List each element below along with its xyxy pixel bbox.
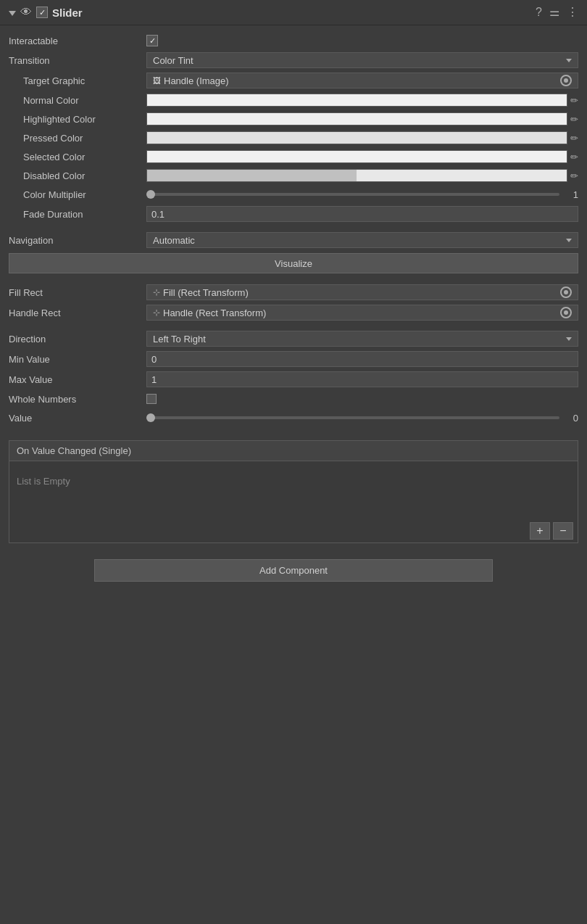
normal-color-label: Normal Color xyxy=(9,95,146,106)
pressed-color-label: Pressed Color xyxy=(9,133,146,144)
handle-rect-label: Handle Rect xyxy=(9,308,146,318)
disabled-color-swatch[interactable] xyxy=(146,169,567,182)
visualize-button[interactable]: Visualize xyxy=(9,253,578,273)
handle-rect-icon: ⊹ xyxy=(153,308,160,318)
value-track xyxy=(146,416,559,419)
on-value-changed-section: On Value Changed (Single) List is Empty … xyxy=(9,440,578,543)
fill-rect-row: Fill Rect ⊹ Fill (Rect Transform) xyxy=(0,282,587,302)
color-multiplier-row: Color Multiplier 1 xyxy=(0,185,587,204)
value-thumb[interactable] xyxy=(146,413,155,422)
normal-color-swatch[interactable] xyxy=(146,94,567,107)
value-label: Value xyxy=(9,413,146,424)
color-multiplier-track xyxy=(146,193,559,196)
whole-numbers-checkbox[interactable] xyxy=(146,394,157,404)
event-footer: + − xyxy=(9,519,578,543)
target-graphic-label: Target Graphic xyxy=(9,75,146,86)
pressed-color-eyedropper[interactable]: ✏ xyxy=(570,133,578,144)
event-empty-label: List is Empty xyxy=(17,476,70,487)
fill-rect-label: Fill Rect xyxy=(9,287,146,298)
selected-color-eyedropper[interactable]: ✏ xyxy=(570,152,578,162)
color-multiplier-slider[interactable]: 1 xyxy=(146,189,578,200)
fade-duration-label: Fade Duration xyxy=(9,209,146,220)
selected-color-swatch[interactable] xyxy=(146,150,567,163)
disabled-color-row: Disabled Color ✏ xyxy=(0,166,587,185)
min-value-input[interactable] xyxy=(146,351,578,367)
navigation-dropdown-arrow xyxy=(566,239,572,242)
disabled-color-label: Disabled Color xyxy=(9,170,146,181)
more-menu-icon[interactable]: ⋮ xyxy=(567,7,578,18)
color-multiplier-thumb[interactable] xyxy=(146,190,155,199)
min-value-label: Min Value xyxy=(9,354,146,365)
collapse-arrow[interactable] xyxy=(9,7,16,18)
navigation-row: Navigation Automatic xyxy=(0,230,587,250)
event-body: List is Empty xyxy=(9,461,578,519)
min-value-row: Min Value xyxy=(0,349,587,369)
handle-rect-picker[interactable] xyxy=(560,307,572,318)
handle-rect-row: Handle Rect ⊹ Handle (Rect Transform) xyxy=(0,302,587,323)
normal-color-row: Normal Color ✏ xyxy=(0,91,587,110)
disabled-color-eyedropper[interactable]: ✏ xyxy=(570,170,578,181)
direction-dropdown-arrow xyxy=(566,337,572,341)
fill-rect-field[interactable]: ⊹ Fill (Rect Transform) xyxy=(146,284,578,300)
transition-row: Transition Color Tint xyxy=(0,50,587,70)
event-header: On Value Changed (Single) xyxy=(9,441,578,461)
add-component-button[interactable]: Add Component xyxy=(94,559,493,582)
transition-label: Transition xyxy=(9,55,146,66)
settings-icon[interactable]: ⚌ xyxy=(549,7,559,18)
highlighted-color-swatch[interactable] xyxy=(146,112,567,125)
interactable-checkbox[interactable] xyxy=(146,35,158,46)
target-graphic-row: Target Graphic 🖼 Handle (Image) xyxy=(0,70,587,91)
highlighted-color-label: Highlighted Color xyxy=(9,114,146,125)
enable-checkbox[interactable]: ✓ xyxy=(36,7,48,18)
max-value-label: Max Value xyxy=(9,374,146,385)
transition-dropdown[interactable]: Color Tint xyxy=(146,52,578,68)
value-slider[interactable]: 0 xyxy=(146,413,578,424)
max-value-input[interactable] xyxy=(146,371,578,387)
fill-rect-picker[interactable] xyxy=(560,286,572,298)
interactable-label: Interactable xyxy=(9,36,146,46)
target-graphic-field[interactable]: 🖼 Handle (Image) xyxy=(146,73,578,88)
normal-color-eyedropper[interactable]: ✏ xyxy=(570,95,578,106)
remove-event-button[interactable]: − xyxy=(553,522,573,540)
highlighted-color-row: Highlighted Color ✏ xyxy=(0,110,587,128)
eye-icon[interactable]: 👁 xyxy=(20,6,32,19)
visualize-row: Visualize xyxy=(0,250,587,276)
pressed-color-row: Pressed Color ✏ xyxy=(0,128,587,147)
navigation-dropdown[interactable]: Automatic xyxy=(146,232,578,248)
help-icon[interactable]: ? xyxy=(536,7,542,18)
max-value-row: Max Value xyxy=(0,369,587,389)
direction-row: Direction Left To Right xyxy=(0,329,587,349)
whole-numbers-label: Whole Numbers xyxy=(9,394,146,405)
color-multiplier-value: 1 xyxy=(564,189,578,200)
add-component-row: Add Component xyxy=(0,550,587,590)
color-multiplier-label: Color Multiplier xyxy=(9,189,146,200)
fade-duration-row: Fade Duration xyxy=(0,204,587,224)
handle-rect-field[interactable]: ⊹ Handle (Rect Transform) xyxy=(146,305,578,321)
add-event-button[interactable]: + xyxy=(530,522,550,540)
highlighted-color-eyedropper[interactable]: ✏ xyxy=(570,114,578,125)
selected-color-row: Selected Color ✏ xyxy=(0,147,587,166)
component-header: 👁 ✓ Slider ? ⚌ ⋮ xyxy=(0,0,587,25)
value-row: Value 0 xyxy=(0,408,587,427)
whole-numbers-row: Whole Numbers xyxy=(0,389,587,408)
image-icon: 🖼 xyxy=(153,76,161,85)
selected-color-label: Selected Color xyxy=(9,152,146,162)
direction-dropdown[interactable]: Left To Right xyxy=(146,331,578,347)
fill-rect-icon: ⊹ xyxy=(153,287,160,297)
pressed-color-swatch[interactable] xyxy=(146,131,567,144)
fade-duration-input[interactable] xyxy=(146,206,578,222)
navigation-label: Navigation xyxy=(9,235,146,246)
direction-label: Direction xyxy=(9,334,146,345)
target-picker-icon[interactable] xyxy=(560,75,572,86)
interactable-row: Interactable xyxy=(0,31,587,50)
value-display: 0 xyxy=(564,413,578,424)
component-title: Slider xyxy=(52,7,83,19)
dropdown-arrow xyxy=(566,59,572,62)
